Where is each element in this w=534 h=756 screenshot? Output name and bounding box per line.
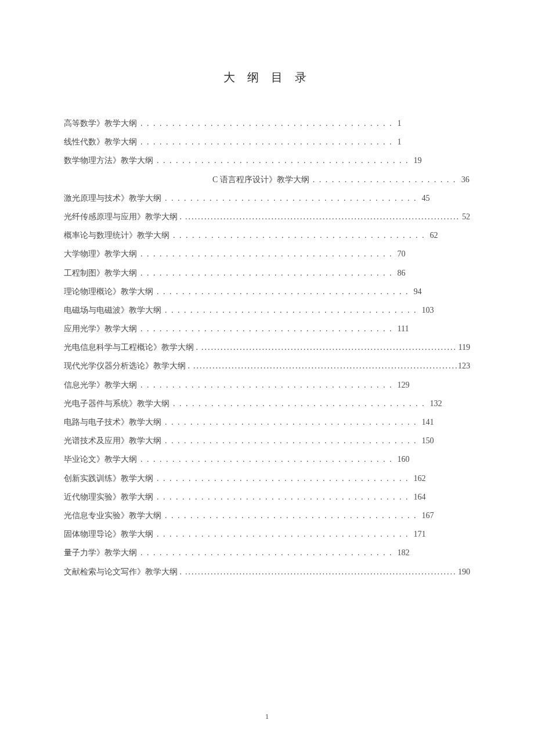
toc-leader: . . . . . . . . . . . . . . . . . . . . …	[137, 320, 396, 338]
toc-entry-label: 信息光学》教学大纲	[64, 376, 137, 395]
toc-entry-label: 数学物理方法》教学大纲	[64, 151, 153, 170]
toc-leader: . . . . . . . . . . . . . . . . . . . . …	[161, 432, 421, 450]
page-number: 1	[0, 712, 534, 721]
toc-entry-page: 111	[396, 320, 409, 338]
toc-entry-page: 164	[413, 488, 426, 507]
toc-entry-page: 94	[413, 283, 422, 301]
toc-entry: 创新实践训练》教学大纲 . . . . . . . . . . . . . . …	[64, 469, 470, 488]
toc-entry: 量子力学》教学大纲 . . . . . . . . . . . . . . . …	[64, 544, 470, 562]
toc-entry: 线性代数》教学大纲 . . . . . . . . . . . . . . . …	[64, 133, 470, 151]
toc-entry-label: 概率论与数理统计》教学大纲	[64, 226, 169, 245]
toc-entry-label: 电磁场与电磁波》教学大纲	[64, 301, 161, 320]
toc-entry-label: 毕业论文》教学大纲	[64, 450, 137, 469]
toc-entry: 现代光学仪器分析选论》教学大纲 ........................…	[64, 357, 470, 375]
toc-entry-page: 150	[421, 432, 434, 450]
toc-entry-label: 线性代数》教学大纲	[64, 133, 137, 151]
toc-entry-page: 70	[396, 245, 406, 263]
toc-leader: . . . . . . . . . . . . . . . . . . . . …	[137, 450, 396, 469]
toc-entry-label: 现代光学仪器分析选论》教学大纲 .	[64, 357, 190, 375]
toc-entry-label: 光信息专业实验》教学大纲	[64, 507, 161, 525]
toc-leader: . . . . . . . . . . . . . . . . . . . . …	[137, 114, 396, 133]
toc-entry-label: C 语言程序设计》教学大纲	[212, 171, 309, 189]
toc-entry-page: 1	[396, 114, 402, 133]
toc-entry: 光纤传感原理与应用》教学大纲 .........................…	[64, 208, 470, 226]
toc-leader: . . . . . . . . . . . . . . . . . . . . …	[161, 507, 421, 525]
toc-entry-page: 167	[421, 507, 434, 525]
toc-entry: 近代物理实验》教学大纲 . . . . . . . . . . . . . . …	[64, 488, 470, 507]
toc-entry-label: 光电信息科学与工程概论》教学大纲 .	[64, 338, 198, 357]
table-of-contents: 高等数学》教学大纲 . . . . . . . . . . . . . . . …	[64, 114, 470, 581]
toc-leader: . . . . . . . . . . . . . . . . . . . . …	[153, 525, 413, 544]
toc-leader: . . . . . . . . . . . . . . . . . . . . …	[137, 264, 396, 283]
toc-leader: . . . . . . . . . . . . . . . . . . . . …	[137, 133, 396, 151]
toc-leader: . . . . . . . . . . . . . . . . . . . . …	[137, 376, 396, 395]
toc-entry: 大学物理》教学大纲 . . . . . . . . . . . . . . . …	[64, 245, 470, 263]
toc-entry-label: 光谱技术及应用》教学大纲	[64, 432, 161, 450]
toc-entry: 激光原理与技术》教学大纲 . . . . . . . . . . . . . .…	[64, 189, 470, 208]
toc-entry-label: 大学物理》教学大纲	[64, 245, 137, 263]
toc-entry: 毕业论文》教学大纲 . . . . . . . . . . . . . . . …	[64, 450, 470, 469]
toc-leader: . . . . . . . . . . . . . . . . . . . . …	[153, 469, 413, 488]
toc-entry-page: 190	[457, 563, 470, 581]
toc-entry-label: 量子力学》教学大纲	[64, 544, 137, 562]
toc-entry: 电路与电子技术》教学大纲 . . . . . . . . . . . . . .…	[64, 413, 470, 432]
toc-entry-label: 创新实践训练》教学大纲	[64, 469, 153, 488]
toc-entry: 概率论与数理统计》教学大纲 . . . . . . . . . . . . . …	[64, 226, 470, 245]
toc-entry-page: 123	[457, 357, 470, 375]
toc-entry: 应用光学》教学大纲 . . . . . . . . . . . . . . . …	[64, 320, 470, 338]
toc-leader: . . . . . . . . . . . . . . . . . . . . …	[137, 245, 396, 263]
toc-leader: . . . . . . . . . . . . . . . . . . . . …	[153, 488, 413, 507]
toc-entry-page: 36	[460, 171, 470, 189]
toc-entry: 光信息专业实验》教学大纲 . . . . . . . . . . . . . .…	[64, 507, 470, 525]
document-title: 大 纲 目 录	[64, 70, 470, 85]
toc-entry: 理论物理概论》教学大纲 . . . . . . . . . . . . . . …	[64, 283, 470, 301]
toc-leader: . . . . . . . . . . . . . . . . . . . . …	[309, 171, 460, 189]
toc-leader: . . . . . . . . . . . . . . . . . . . . …	[161, 189, 421, 208]
toc-entry: 信息光学》教学大纲 . . . . . . . . . . . . . . . …	[64, 376, 470, 395]
toc-entry-page: 62	[429, 226, 438, 245]
toc-entry: 光电子器件与系统》教学大纲 . . . . . . . . . . . . . …	[64, 395, 470, 413]
toc-entry: 工程制图》教学大纲 . . . . . . . . . . . . . . . …	[64, 264, 470, 283]
toc-entry-page: 86	[396, 264, 406, 283]
toc-entry: 数学物理方法》教学大纲 . . . . . . . . . . . . . . …	[64, 151, 470, 170]
toc-entry: 固体物理导论》教学大纲 . . . . . . . . . . . . . . …	[64, 525, 470, 544]
toc-entry: C 语言程序设计》教学大纲 . . . . . . . . . . . . . …	[64, 171, 470, 189]
toc-entry-label: 光电子器件与系统》教学大纲	[64, 395, 169, 413]
toc-leader: ........................................…	[182, 208, 461, 226]
toc-entry-label: 固体物理导论》教学大纲	[64, 525, 153, 544]
toc-leader: ........................................…	[198, 338, 457, 357]
toc-entry-label: 理论物理概论》教学大纲	[64, 283, 153, 301]
toc-leader: . . . . . . . . . . . . . . . . . . . . …	[137, 544, 396, 562]
toc-entry-label: 光纤传感原理与应用》教学大纲 .	[64, 208, 182, 226]
toc-entry: 光谱技术及应用》教学大纲 . . . . . . . . . . . . . .…	[64, 432, 470, 450]
toc-entry-label: 文献检索与论文写作》教学大纲 .	[64, 563, 182, 581]
toc-entry-page: 19	[413, 151, 422, 170]
toc-leader: ........................................…	[190, 357, 457, 375]
toc-leader: . . . . . . . . . . . . . . . . . . . . …	[153, 151, 413, 170]
toc-leader: . . . . . . . . . . . . . . . . . . . . …	[153, 283, 413, 301]
toc-leader: . . . . . . . . . . . . . . . . . . . . …	[161, 301, 421, 320]
toc-entry-label: 高等数学》教学大纲	[64, 114, 137, 133]
toc-entry-page: 162	[413, 469, 426, 488]
toc-entry-page: 52	[461, 208, 470, 226]
toc-entry-page: 103	[421, 301, 434, 320]
toc-entry: 高等数学》教学大纲 . . . . . . . . . . . . . . . …	[64, 114, 470, 133]
toc-leader: . . . . . . . . . . . . . . . . . . . . …	[169, 395, 429, 413]
toc-entry-label: 激光原理与技术》教学大纲	[64, 189, 161, 208]
toc-entry-label: 近代物理实验》教学大纲	[64, 488, 153, 507]
toc-entry-page: 182	[396, 544, 410, 562]
toc-entry-page: 129	[396, 376, 410, 395]
toc-entry-page: 45	[421, 189, 430, 208]
toc-entry-label: 电路与电子技术》教学大纲	[64, 413, 161, 432]
toc-entry-page: 119	[457, 338, 470, 357]
toc-entry-label: 应用光学》教学大纲	[64, 320, 137, 338]
toc-leader: . . . . . . . . . . . . . . . . . . . . …	[161, 413, 421, 432]
toc-leader: ........................................…	[182, 563, 457, 581]
toc-entry-page: 141	[421, 413, 434, 432]
toc-entry-page: 1	[396, 133, 402, 151]
toc-entry-page: 132	[429, 395, 442, 413]
toc-leader: . . . . . . . . . . . . . . . . . . . . …	[169, 226, 429, 245]
toc-entry: 光电信息科学与工程概论》教学大纲 .......................…	[64, 338, 470, 357]
toc-entry: 文献检索与论文写作》教学大纲 .........................…	[64, 563, 470, 581]
toc-entry-label: 工程制图》教学大纲	[64, 264, 137, 283]
